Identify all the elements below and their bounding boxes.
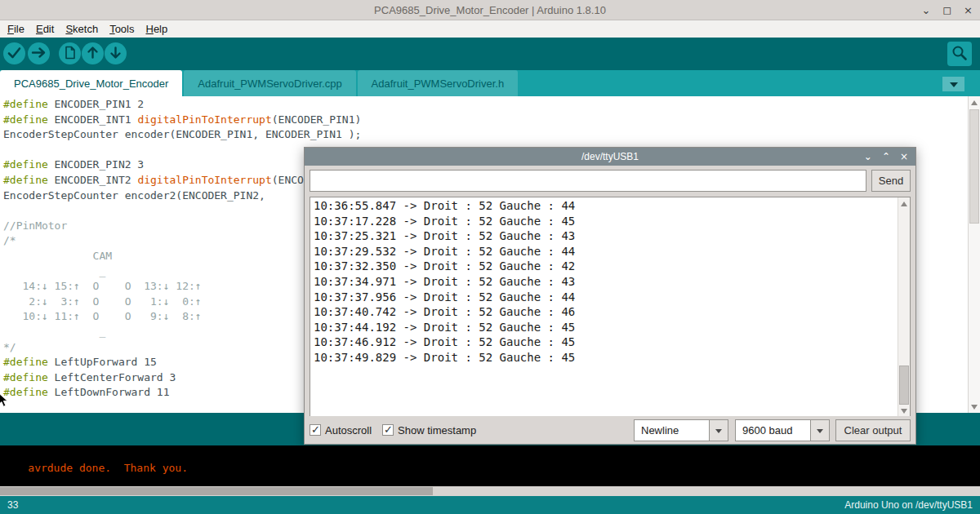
- scroll-up-arrow-icon[interactable]: [969, 96, 980, 108]
- window-close-button[interactable]: ×: [964, 5, 973, 16]
- serial-output-line: 10:37:34.971 -> Droit : 52 Gauche : 43: [314, 274, 575, 290]
- verify-button[interactable]: [3, 42, 25, 64]
- window-maximize-button[interactable]: ◻: [942, 5, 951, 16]
- tab-adafruit-pwmservodriver-cpp[interactable]: Adafruit_PWMServoDriver.cpp: [184, 70, 355, 96]
- serial-output-line: 10:37:37.956 -> Droit : 52 Gauche : 44: [314, 290, 575, 305]
- serial-input[interactable]: [310, 170, 866, 192]
- serial-output-line: 10:37:49.829 -> Droit : 52 Gauche : 45: [314, 350, 575, 366]
- baud-rate-dropdown[interactable]: 9600 baud: [735, 419, 830, 441]
- line-ending-dropdown[interactable]: Newline: [634, 419, 728, 441]
- serial-monitor-bottombar: Autoscroll Show timestamp Newline 9600 b…: [305, 416, 915, 444]
- menu-help[interactable]: Help: [140, 22, 173, 36]
- console-output: avrdude done. Thank you.: [0, 445, 980, 486]
- serial-monitor-window: /dev/ttyUSB1 ⌄ ⌃ × Send 10:36:55.847 -> …: [304, 147, 916, 445]
- scroll-down-arrow-icon[interactable]: [969, 401, 980, 413]
- baud-rate-dropdown-button[interactable]: [810, 420, 829, 441]
- serial-output-line: 10:37:32.350 -> Droit : 52 Gauche : 42: [314, 259, 575, 274]
- menu-file[interactable]: File: [2, 22, 30, 36]
- serial-output-line: 10:37:46.912 -> Droit : 52 Gauche : 45: [314, 335, 575, 350]
- serial-output-line: 10:37:40.742 -> Droit : 52 Gauche : 46: [314, 304, 575, 320]
- serial-output-line: 10:37:25.321 -> Droit : 52 Gauche : 43: [314, 228, 575, 244]
- horizontal-scrollbar[interactable]: [0, 486, 980, 496]
- arduino-ide-window: PCA9685_Drive_Motor_Encoder | Arduino 1.…: [0, 0, 980, 514]
- verify-check-icon: [3, 42, 25, 66]
- tab-adafruit-pwmservodriver-h[interactable]: Adafruit_PWMServoDriver.h: [358, 70, 519, 96]
- save-sketch-button[interactable]: [105, 42, 127, 64]
- chevron-down-icon: [715, 429, 722, 436]
- serial-monitor-titlebar: /dev/ttyUSB1 ⌄ ⌃ ×: [305, 148, 915, 166]
- autoscroll-checkbox[interactable]: [310, 424, 321, 436]
- menu-tools[interactable]: Tools: [104, 22, 140, 36]
- code-line: EncoderStepCounter encoder(ENCODER_PIN1,…: [3, 127, 966, 143]
- serial-output-line: 10:36:55.847 -> Droit : 52 Gauche : 44: [314, 198, 575, 214]
- serial-maximize-button[interactable]: ⌃: [882, 152, 890, 162]
- toolbar: [0, 38, 980, 70]
- show-timestamp-label[interactable]: Show timestamp: [398, 424, 476, 436]
- code-line: #define ENCODER_PIN1 2: [3, 97, 966, 113]
- upload-arrow-icon: [28, 42, 50, 66]
- serial-output-line: 10:37:17.228 -> Droit : 52 Gauche : 45: [314, 214, 575, 229]
- serial-output-line: 10:37:44.192 -> Droit : 52 Gauche : 45: [314, 320, 575, 335]
- send-button[interactable]: Send: [871, 170, 911, 192]
- menu-sketch[interactable]: Sketch: [60, 22, 104, 36]
- serial-scroll-down-arrow-icon[interactable]: [898, 405, 910, 417]
- save-down-arrow-icon: [105, 42, 127, 66]
- baud-rate-value: 9600 baud: [736, 420, 810, 441]
- serial-scrollbar[interactable]: [898, 197, 910, 417]
- tab-strip: PCA9685_Drive_Motor_EncoderAdafruit_PWMS…: [0, 70, 980, 96]
- window-controls: ⌄ ◻ ×: [921, 0, 973, 20]
- editor-scrollbar[interactable]: [968, 96, 980, 413]
- chevron-down-icon: [817, 429, 823, 436]
- serial-scroll-up-arrow-icon[interactable]: [898, 197, 910, 209]
- serial-output-lines: 10:36:55.847 -> Droit : 52 Gauche : 4410…: [314, 198, 575, 366]
- new-sketch-button[interactable]: [59, 42, 81, 64]
- new-document-icon: [59, 42, 81, 66]
- tab-list-dropdown-button[interactable]: [942, 77, 964, 91]
- clear-output-button[interactable]: Clear output: [835, 419, 911, 441]
- code-line: #define ENCODER_INT1 digitalPinToInterru…: [3, 113, 966, 128]
- serial-close-button[interactable]: ×: [900, 152, 908, 162]
- show-timestamp-checkbox[interactable]: [382, 424, 394, 436]
- serial-input-row: Send: [310, 170, 911, 192]
- window-minimize-button[interactable]: ⌄: [921, 5, 930, 16]
- serial-minimize-button[interactable]: ⌄: [864, 152, 872, 162]
- open-sketch-button[interactable]: [82, 42, 104, 64]
- menubar: FileEditSketchToolsHelp: [0, 20, 980, 38]
- magnifier-icon: [947, 41, 972, 68]
- serial-monitor-button[interactable]: [947, 42, 972, 66]
- menu-edit[interactable]: Edit: [30, 22, 60, 36]
- tab-pca9685-drive-motor-encoder[interactable]: PCA9685_Drive_Motor_Encoder: [0, 70, 182, 96]
- window-title: PCA9685_Drive_Motor_Encoder | Arduino 1.…: [374, 4, 606, 16]
- open-up-arrow-icon: [82, 42, 104, 66]
- serial-monitor-controls: ⌄ ⌃ ×: [864, 148, 908, 166]
- line-ending-dropdown-button[interactable]: [709, 420, 728, 441]
- autoscroll-label[interactable]: Autoscroll: [325, 424, 372, 436]
- mouse-cursor: [0, 392, 8, 411]
- serial-scrollbar-thumb[interactable]: [899, 366, 909, 405]
- serial-output-area[interactable]: 10:36:55.847 -> Droit : 52 Gauche : 4410…: [310, 197, 911, 418]
- editor-scrollbar-thumb[interactable]: [969, 109, 979, 224]
- upload-button[interactable]: [28, 42, 50, 64]
- board-port-info: Arduino Uno on /dev/ttyUSB1: [844, 499, 973, 511]
- status-bar: 33 Arduino Uno on /dev/ttyUSB1: [0, 496, 980, 514]
- chevron-down-icon: [950, 82, 958, 91]
- serial-monitor-title: /dev/ttyUSB1: [581, 151, 639, 162]
- line-number-indicator: 33: [7, 499, 18, 511]
- console-message: avrdude done. Thank you.: [28, 462, 188, 474]
- serial-output-line: 10:37:29.532 -> Droit : 52 Gauche : 44: [314, 244, 575, 259]
- horizontal-scrollbar-thumb[interactable]: [0, 487, 433, 495]
- titlebar: PCA9685_Drive_Motor_Encoder | Arduino 1.…: [0, 0, 980, 20]
- line-ending-value: Newline: [635, 420, 709, 441]
